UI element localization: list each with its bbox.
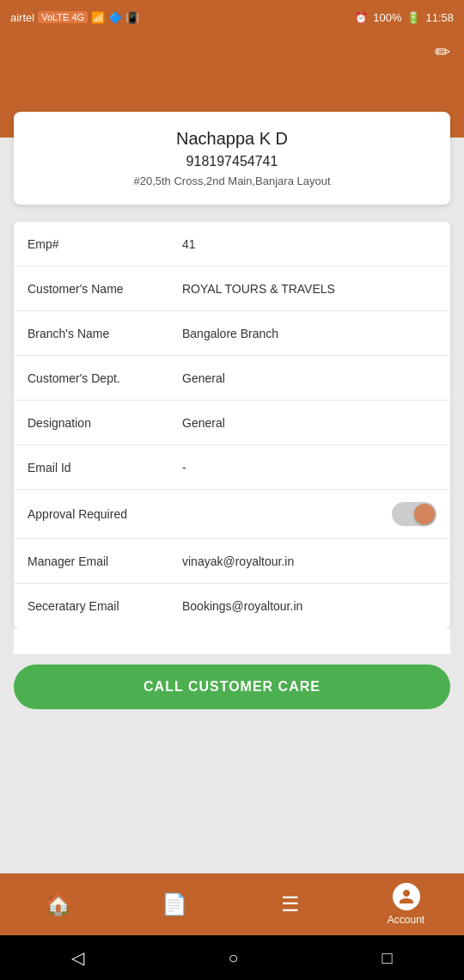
info-table: Emp#41Customer's NameROYAL TOURS & TRAVE… xyxy=(14,222,450,628)
row-label: Designation xyxy=(27,416,182,430)
table-row: Customer's Dept.General xyxy=(14,356,450,401)
row-value: General xyxy=(182,371,437,385)
call-customer-care-button[interactable]: CALL CUSTOMER CARE xyxy=(14,665,450,709)
nav-menu[interactable]: ☰ xyxy=(265,892,316,916)
vibrate-icon: 📳 xyxy=(125,11,139,24)
table-row: DesignationGeneral xyxy=(14,401,450,445)
battery-icon: 🔋 xyxy=(406,11,420,24)
table-row: Email Id- xyxy=(14,445,450,490)
home-icon: 🏠 xyxy=(46,892,71,916)
bottom-nav: 🏠 📄 ☰ Account xyxy=(0,873,464,935)
spacer xyxy=(14,628,450,654)
nav-account[interactable]: Account xyxy=(381,883,432,926)
carrier-label: airtel xyxy=(10,11,34,24)
recent-button[interactable]: □ xyxy=(382,948,392,968)
row-value: General xyxy=(182,416,437,430)
profile-name: Nachappa K D xyxy=(27,129,437,149)
main-content: Nachappa K D 918197454741 #20,5th Cross,… xyxy=(0,138,464,831)
call-btn-wrapper: CALL CUSTOMER CARE xyxy=(0,654,464,720)
row-value: Bangalore Branch xyxy=(182,327,437,340)
table-row: Manager Emailvinayak@royaltour.in xyxy=(14,539,450,584)
profile-card: Nachappa K D 918197454741 #20,5th Cross,… xyxy=(14,112,450,205)
nav-home[interactable]: 🏠 xyxy=(33,892,84,916)
table-row: Seceratary EmailBookings@royaltour.in xyxy=(14,584,450,628)
row-value: vinayak@royaltour.in xyxy=(182,554,437,568)
row-label: Approval Required xyxy=(27,507,182,521)
row-value: - xyxy=(182,461,437,475)
nav-document[interactable]: 📄 xyxy=(149,892,200,916)
time-label: 11:58 xyxy=(425,11,454,24)
row-label: Email Id xyxy=(27,461,182,475)
menu-icon: ☰ xyxy=(281,892,300,916)
account-avatar xyxy=(393,883,420,910)
table-row: Customer's NameROYAL TOURS & TRAVELS xyxy=(14,266,450,311)
status-left: airtel VoLTE 4G 📶 🔷 📳 xyxy=(10,11,139,24)
table-row: Approval Required xyxy=(14,490,450,539)
edit-icon[interactable]: ✏ xyxy=(435,41,450,64)
battery-label: 100% xyxy=(373,11,401,24)
alarm-icon: ⏰ xyxy=(354,11,368,24)
row-label: Manager Email xyxy=(27,554,182,568)
profile-address: #20,5th Cross,2nd Main,Banjara Layout xyxy=(27,175,437,187)
row-label: Emp# xyxy=(27,237,182,251)
row-label: Seceratary Email xyxy=(27,599,182,613)
signal-icon: 📶 xyxy=(91,11,105,24)
profile-phone: 918197454741 xyxy=(27,154,437,169)
account-label: Account xyxy=(388,914,424,926)
android-nav: ◁ ○ □ xyxy=(0,935,464,980)
table-row: Emp#41 xyxy=(14,222,450,266)
document-icon: 📄 xyxy=(162,892,187,916)
row-label: Branch's Name xyxy=(27,327,182,340)
network-type: VoLTE 4G xyxy=(38,11,88,23)
back-button[interactable]: ◁ xyxy=(71,947,84,968)
row-value: ROYAL TOURS & TRAVELS xyxy=(182,282,437,296)
status-bar: airtel VoLTE 4G 📶 🔷 📳 ⏰ 100% 🔋 11:58 xyxy=(0,0,464,34)
home-button[interactable]: ○ xyxy=(228,948,238,968)
row-label: Customer's Name xyxy=(27,282,182,296)
row-value: 41 xyxy=(182,237,437,251)
bluetooth-icon: 🔷 xyxy=(108,11,122,24)
row-value: Bookings@royaltour.in xyxy=(182,599,437,613)
approval-toggle[interactable] xyxy=(392,502,437,526)
person-icon xyxy=(398,888,415,905)
status-right: ⏰ 100% 🔋 11:58 xyxy=(354,11,454,24)
table-row: Branch's NameBangalore Branch xyxy=(14,311,450,356)
row-label: Customer's Dept. xyxy=(27,371,182,385)
